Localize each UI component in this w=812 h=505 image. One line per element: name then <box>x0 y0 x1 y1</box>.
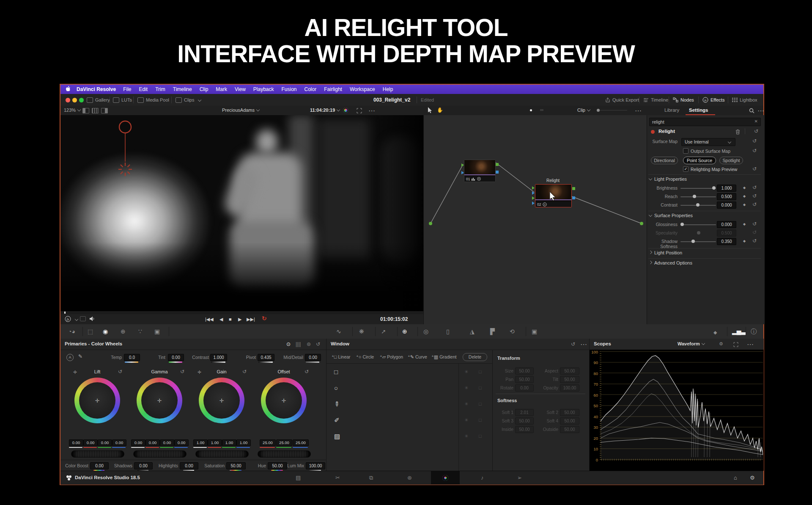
shadow-softness-slider[interactable] <box>691 240 695 243</box>
viewer-mode-icon-2[interactable] <box>92 108 99 113</box>
scope-options-icon[interactable]: ⋯ <box>747 340 754 348</box>
cut-page-icon[interactable]: ✂ <box>335 475 340 481</box>
power-window-tool-icon[interactable]: ⊕ <box>402 328 407 335</box>
menu-fairlight[interactable]: Fairlight <box>324 86 342 92</box>
color-boost-value[interactable]: 0.00 <box>90 462 109 469</box>
viewer-mode-icon-3[interactable] <box>101 108 108 113</box>
relight-enable-dot[interactable] <box>651 130 655 134</box>
contrast-keyframe-icon[interactable]: ◆ <box>743 203 746 207</box>
fusion-page-icon[interactable]: ⊛ <box>407 475 412 481</box>
patch-icon[interactable]: ▣ <box>532 328 537 335</box>
play-button[interactable]: ▶ <box>238 316 241 322</box>
menu-playback[interactable]: Playback <box>253 86 274 92</box>
stabilizer-tool-icon[interactable]: ▣ <box>154 328 160 335</box>
source-port[interactable] <box>429 222 432 225</box>
offset-reset-icon[interactable]: ↺ <box>304 369 309 375</box>
brightness-keyframe-icon[interactable]: ◆ <box>743 186 746 190</box>
mode-directional-button[interactable]: Directional <box>651 157 678 164</box>
menu-mark[interactable]: Mark <box>216 86 227 92</box>
contrast-value[interactable]: 0.000 <box>717 201 736 209</box>
window-shape-circle[interactable]: ○ <box>334 384 338 392</box>
nodes-button[interactable]: Nodes <box>673 94 694 106</box>
lift-red-value[interactable]: 0.00 <box>83 439 98 446</box>
window-shape-linear[interactable]: □ <box>334 368 338 375</box>
shape-row1-mask-icon[interactable]: ✳ <box>464 369 468 375</box>
gain-master-wheel[interactable] <box>195 450 249 458</box>
window-outline-icon[interactable]: ▛ <box>490 328 495 335</box>
glossiness-reset-icon[interactable]: ↺ <box>752 221 757 227</box>
hand-tool-icon[interactable]: ✋ <box>437 107 443 113</box>
shape-row2-invert-icon[interactable]: □ <box>479 385 482 390</box>
step-back-button[interactable]: ◀ <box>219 316 223 322</box>
linear-window-button[interactable]: ⁺□ Linear <box>332 354 351 360</box>
shape-row3-invert-icon[interactable]: □ <box>479 401 482 406</box>
wheels-mode-icon[interactable]: ⊙ <box>286 341 291 347</box>
expand-viewer-icon[interactable] <box>357 108 362 115</box>
window-shape-polygon[interactable]: ✎ <box>332 400 341 409</box>
shadow-softness-keyframe-icon[interactable]: ◆ <box>743 239 746 243</box>
node-scale-slider[interactable] <box>598 110 627 110</box>
auto-balance-icon[interactable]: A <box>66 354 74 361</box>
reach-keyframe-icon[interactable]: ◆ <box>743 194 746 198</box>
offset-green-value[interactable]: 25.00 <box>276 439 292 446</box>
color-viewer-icon[interactable] <box>343 108 348 113</box>
timeline-view-button[interactable]: Timeline <box>643 94 668 106</box>
surface-properties-header[interactable]: Surface Properties <box>649 213 693 218</box>
node-options-icon[interactable]: ⋯ <box>635 107 642 115</box>
reach-slider[interactable] <box>693 195 696 198</box>
menu-clip[interactable]: Clip <box>200 86 208 92</box>
primaries-reset-icon[interactable]: ↺ <box>316 341 320 347</box>
window-shape-curve[interactable]: ✐ <box>334 417 340 424</box>
keyframe-panel-icon[interactable]: ◆ <box>713 329 717 336</box>
blur-tool-icon[interactable]: ❋ <box>359 328 364 335</box>
glossiness-value[interactable]: 0.000 <box>717 221 736 228</box>
fx-bypass-chevron[interactable] <box>75 317 78 321</box>
close-traffic-light[interactable] <box>66 98 70 102</box>
node-mode-dropdown[interactable]: Clip <box>577 108 590 113</box>
reach-reset-icon[interactable]: ↺ <box>752 193 757 199</box>
gamma-red-value[interactable]: 0.00 <box>145 439 160 446</box>
face-refinement-icon[interactable]: ▯ <box>446 328 450 335</box>
gallery-button[interactable]: Gallery <box>87 94 110 106</box>
media-page-icon[interactable]: ▤ <box>296 475 301 481</box>
luts-button[interactable]: LUTs <box>113 94 132 106</box>
goto-end-button[interactable]: ▶▶| <box>247 316 255 322</box>
shadow-softness-value[interactable]: 0.350 <box>717 238 736 245</box>
saturation-value[interactable]: 50.00 <box>226 462 246 469</box>
gain-green-value[interactable]: 1.00 <box>222 439 236 446</box>
highlights-value[interactable]: 0.00 <box>180 462 198 469</box>
delete-window-button[interactable]: Delete <box>463 353 487 361</box>
menu-color[interactable]: Color <box>304 86 317 92</box>
gamma-reset-icon[interactable]: ↺ <box>180 369 184 375</box>
viewer-mode-icon-1[interactable] <box>82 108 89 113</box>
pointer-tool-icon[interactable] <box>428 107 432 115</box>
gradient-window-button[interactable]: ⁺▥ Gradient <box>431 354 456 360</box>
node-graph[interactable]: 01 Relight 02 fx <box>423 115 647 324</box>
gain-red-value[interactable]: 1.00 <box>208 439 222 446</box>
lift-wheel[interactable]: ✛ <box>74 378 120 423</box>
output-port[interactable] <box>640 222 643 225</box>
gain-master-value[interactable]: 1.00 <box>193 439 208 446</box>
scope-expand-icon[interactable] <box>733 341 738 349</box>
node-zoom-dot[interactable] <box>530 109 532 111</box>
menu-edit[interactable]: Edit <box>139 86 148 92</box>
menu-trim[interactable]: Trim <box>155 86 165 92</box>
scope-settings-icon[interactable]: ⚙ <box>719 341 723 347</box>
shape-row2-mask-icon[interactable]: ✳ <box>464 385 468 391</box>
menu-help[interactable]: Help <box>383 86 393 92</box>
lift-green-value[interactable]: 0.00 <box>98 439 112 446</box>
clips-button[interactable]: Clips <box>176 94 201 106</box>
apple-icon[interactable] <box>66 86 71 93</box>
output-surface-map-checkbox[interactable] <box>683 148 689 154</box>
brightness-value[interactable]: 1.000 <box>717 185 736 192</box>
curve-window-button[interactable]: ⁺✎ Curve <box>408 354 427 360</box>
log-mode-icon[interactable]: ⊚ <box>307 341 311 347</box>
gamma-green-value[interactable]: 0.00 <box>160 439 174 446</box>
shadow-softness-reset-icon[interactable]: ↺ <box>752 238 757 244</box>
tab-library[interactable]: Library <box>664 108 679 113</box>
circle-window-button[interactable]: ⁺○ Circle <box>356 354 374 360</box>
eyedropper-icon[interactable]: ✎ <box>78 353 82 359</box>
offset-wheel[interactable]: ✛ <box>261 378 307 423</box>
grab-still-icon[interactable] <box>80 316 86 321</box>
shape-row3-mask-icon[interactable]: ✳ <box>464 401 468 407</box>
